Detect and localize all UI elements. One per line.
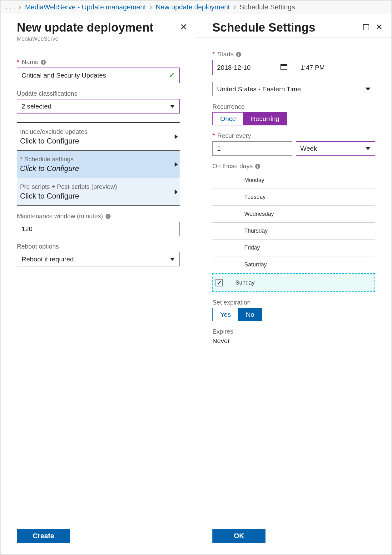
breadcrumb-overflow[interactable]: . . . [6, 3, 15, 11]
day-row-wednesday[interactable]: Wednesday [212, 206, 375, 223]
maintenance-window-input[interactable]: 120 [17, 222, 180, 236]
ok-button[interactable]: OK [212, 529, 265, 543]
chevron-down-icon [170, 258, 175, 261]
close-icon[interactable]: ✕ [180, 23, 187, 32]
schedule-settings-row[interactable]: *Schedule settings Click to Configure [17, 150, 180, 178]
recurrence-label: Recurrence [212, 103, 375, 110]
chevron-right-icon [175, 162, 178, 167]
set-expiration-label: Set expiration [212, 299, 375, 306]
chevron-right-icon: › [19, 3, 21, 11]
day-row-tuesday[interactable]: Tuesday [212, 189, 375, 206]
new-update-deployment-blade: New update deployment MediaWebServe ✕ *N… [1, 14, 196, 554]
check-icon: ✓ [169, 71, 175, 80]
blade-subtitle: MediaWebServe [17, 36, 153, 42]
recur-unit-dropdown[interactable]: Week [296, 141, 375, 156]
day-row-sunday[interactable]: ✓ Sunday [212, 273, 375, 292]
info-icon[interactable]: i [41, 60, 46, 65]
info-icon[interactable]: i [236, 52, 241, 57]
chevron-right-icon: › [150, 3, 152, 11]
chevron-right-icon: › [234, 3, 236, 11]
classifications-label: Update classifications [17, 90, 180, 97]
day-row-thursday[interactable]: Thursday [212, 223, 375, 240]
chevron-down-icon [365, 88, 370, 91]
set-expiration-toggle: Yes No [212, 308, 262, 321]
checkbox-icon[interactable]: ✓ [216, 279, 223, 286]
scripts-row[interactable]: Pre-scripts + Post-scripts (preview) Cli… [17, 178, 180, 205]
classifications-dropdown[interactable]: 2 selected [17, 99, 180, 114]
expiration-yes-button[interactable]: Yes [213, 308, 238, 321]
maximize-icon[interactable] [363, 24, 369, 30]
timezone-dropdown[interactable]: United States - Eastern Time [212, 82, 375, 96]
name-input[interactable]: Critical and Security Updates ✓ [17, 68, 180, 83]
schedule-settings-blade: Schedule Settings ✕ *Starts i 2018-12-10 [196, 14, 391, 554]
expires-label: Expires [212, 328, 375, 335]
breadcrumb-current: Schedule Settings [240, 3, 295, 11]
recur-every-label: *Recur every [212, 132, 375, 139]
recurrence-once-button[interactable]: Once [213, 113, 243, 125]
day-row-friday[interactable]: Friday [212, 240, 375, 256]
starts-label: *Starts i [212, 51, 375, 58]
recur-number-input[interactable]: 1 [212, 141, 292, 156]
chevron-right-icon [175, 189, 178, 194]
svg-rect-1 [281, 64, 287, 66]
chevron-down-icon [365, 147, 370, 150]
chevron-down-icon [170, 105, 175, 108]
days-list: Monday Tuesday Wednesday Thursday Friday… [212, 172, 375, 292]
calendar-icon[interactable] [280, 63, 287, 72]
breadcrumb: . . . › MediaWebServe - Update managemen… [1, 1, 391, 14]
expires-value: Never [212, 337, 375, 345]
day-row-saturday[interactable]: Saturday [212, 256, 375, 273]
recurrence-recurring-button[interactable]: Recurring [243, 113, 287, 125]
blade-title: Schedule Settings [212, 21, 315, 34]
create-button[interactable]: Create [17, 529, 70, 543]
on-these-days-label: On these days i [212, 163, 375, 170]
info-icon[interactable]: i [106, 214, 111, 219]
expiration-no-button[interactable]: No [238, 308, 262, 321]
include-exclude-row[interactable]: Include/exclude updates Click to Configu… [17, 123, 180, 150]
day-row-monday[interactable]: Monday [212, 172, 375, 189]
reboot-options-dropdown[interactable]: Reboot if required [17, 252, 180, 266]
reboot-options-label: Reboot options [17, 243, 180, 250]
close-icon[interactable]: ✕ [375, 23, 383, 32]
blade-title: New update deployment [17, 21, 153, 34]
breadcrumb-link-new-update-deployment[interactable]: New update deployment [156, 3, 230, 11]
recurrence-toggle: Once Recurring [212, 112, 287, 125]
info-icon[interactable]: i [255, 164, 260, 169]
name-label: *Name i [17, 58, 180, 66]
chevron-right-icon [175, 134, 178, 139]
start-time-input[interactable]: 1:47 PM [296, 60, 375, 75]
maintenance-window-label: Maintenance window (minutes) i [17, 213, 180, 220]
breadcrumb-link-update-management[interactable]: MediaWebServe - Update management [25, 3, 146, 11]
start-date-input[interactable]: 2018-12-10 [212, 60, 292, 75]
config-list: Include/exclude updates Click to Configu… [17, 122, 180, 206]
